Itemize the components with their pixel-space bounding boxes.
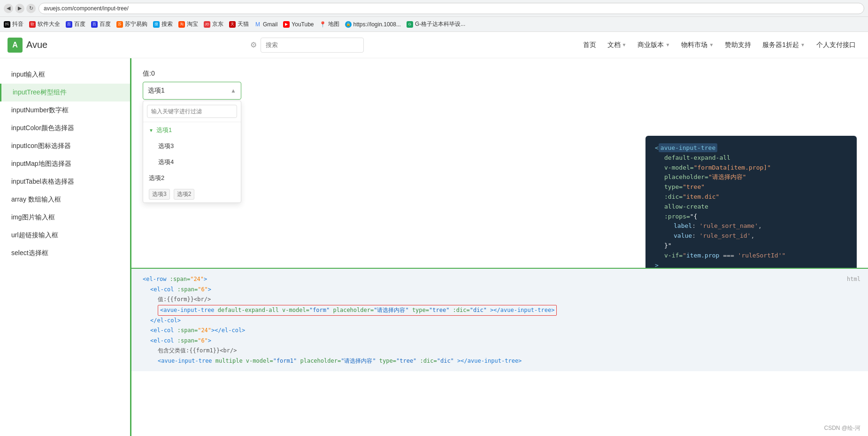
bookmark-tianmao[interactable]: 天 天猫 [229,20,249,28]
dropdown-item-label: 选项3 [158,142,174,150]
span-attr3: :span= [177,327,198,334]
dropdown-search-input[interactable] [147,105,237,118]
code-line-elcol3: <el-col :span="6"> [143,336,857,346]
sidebar-item-inputtree[interactable]: inputTree树型组件 [0,84,130,101]
el-col3-close: > [208,337,211,344]
span-val3: "24" [198,327,211,334]
nav-search-input[interactable] [261,38,364,53]
bookmark-youtube[interactable]: ▶ YouTube [283,21,314,28]
dropdown-item-2[interactable]: 选项2 [143,170,241,186]
code-val-vmodel: "formData[item.prop]" [694,164,771,171]
span-attr4: :span= [177,337,198,344]
gezi-icon: G [407,21,413,28]
avue-tag-open: <avue-input-tree [160,307,215,313]
bookmark-label: 搜索 [161,20,173,28]
settings-icon[interactable]: ⚙ [250,40,257,49]
forward-button[interactable]: ▶ [15,4,24,13]
bookmark-baidu2[interactable]: 百 百度 [91,20,111,28]
bookmark-label: 苏宁易购 [125,20,147,28]
select-box-value: 选项1 [148,86,165,95]
nav-docs[interactable]: 文档 ▼ [603,38,631,52]
nav-server[interactable]: 服务器1折起 ▼ [758,38,810,52]
nav-home[interactable]: 首页 [578,38,601,52]
avue2-tag-open: <avue-input-tree [158,358,212,364]
code-key-label: label [674,222,692,229]
bookmark-label: YouTube [292,21,314,28]
sidebar-item-inputcolor[interactable]: inputColor颜色选择器 [0,119,130,137]
nav-links: 首页 文档 ▼ 商业版本 ▼ 物料市场 ▼ 赞助支持 服务器1折起 ▼ 个人支付… [578,38,860,52]
highlighted-code: <avue-input-tree default-expand-all v-mo… [158,305,557,316]
bookmark-baidu1[interactable]: 百 百度 [66,20,85,28]
refresh-button[interactable]: ↻ [26,4,36,13]
bookmark-360[interactable]: 🔒 https://login.1008... [345,21,401,28]
form1-value-text: 包含父类值:{{form1}}<br/> [158,347,237,354]
multiple-attr: multiple [215,358,243,364]
bookmark-gezi[interactable]: G G-格子达本科毕设... [407,20,465,28]
triangle-icon: ▼ [149,128,154,133]
bookmark-sousuo[interactable]: 搜 搜索 [153,20,173,28]
span-attr2: :span= [177,286,198,293]
nav-sponsor[interactable]: 赞助支持 [720,38,756,52]
type2-attr: type= [379,358,396,364]
code-line-2: default-expand-all [655,153,847,163]
code-key-item: item.prop [686,252,719,259]
sidebar-item-url[interactable]: url超链接输入框 [0,226,130,244]
el-col2-close: ></el-col> [211,327,245,334]
code-attr-type: type= [664,183,683,190]
address-bar[interactable]: avuejs.com/component/input-tree/ [38,3,864,14]
dropdown-item-4[interactable]: 选项4 [143,154,241,170]
sidebar-item-inputnumber[interactable]: inputNumber数字框 [0,101,130,119]
footer-tag-2[interactable]: 选项2 [174,189,195,200]
sidebar-item-input[interactable]: input输入框 [0,66,130,84]
select-box[interactable]: 选项1 ▲ [143,82,241,100]
jd-icon: JD [204,21,210,28]
bookmark-taobao[interactable]: 淘 淘宝 [178,20,198,28]
code-section: html <el-row :span="24"> <el-col :span="… [131,268,868,371]
code-line-8: :props="{ [655,212,847,222]
code-colon-2: : [692,232,699,239]
nav-market[interactable]: 物料市场 ▼ [676,38,718,52]
dic2-attr: :dic= [420,358,437,364]
sidebar-item-inputtabel[interactable]: inputTabel表格选择器 [0,173,130,191]
nav-commercial[interactable]: 商业版本 ▼ [633,38,675,52]
gmail-icon: M [254,21,261,28]
browser-bar: ◀ ▶ ↻ avuejs.com/component/input-tree/ [0,0,868,17]
baidu2-icon: 百 [91,21,98,28]
dropdown-item-1[interactable]: ▼ 选项1 [143,122,241,138]
market-chevron-icon: ▼ [709,42,714,47]
bookmarks-bar: 抖 抖音 软 软件大全 百 百度 百 百度 苏 苏宁易购 搜 搜索 淘 淘宝 J… [0,17,868,32]
nav-payment[interactable]: 个人支付接口 [812,38,860,52]
browser-nav-buttons: ◀ ▶ ↻ [4,4,36,13]
code-line-1: <avue-input-tree [655,143,847,153]
bookmark-jd[interactable]: JD 京东 [204,20,223,28]
sidebar-item-select[interactable]: select选择框 [0,244,130,262]
bookmark-gmail[interactable]: M Gmail [254,21,277,28]
code-line-form: 值:{{form}}<br/> [143,295,857,305]
code-line-5: type="tree" [655,182,847,192]
code-obj-close: }" [664,242,672,249]
logo-icon: A [8,38,23,53]
value-label: 值:0 [143,70,857,78]
nav-center: ⚙ [55,38,559,53]
sidebar-item-inputicon[interactable]: inputIcon图标选择器 [0,137,130,155]
closing-bracket: ] [143,101,857,109]
commercial-chevron-icon: ▼ [665,42,670,47]
bookmark-ditu[interactable]: 📍 地图 [320,20,339,28]
sidebar-item-inputmap[interactable]: inputMap地图选择器 [0,155,130,173]
vmodel-val: "form" [309,307,330,313]
footer-tag-1[interactable]: 选项3 [149,189,170,200]
el-row-close: > [204,276,207,282]
back-button[interactable]: ◀ [4,4,13,13]
bookmark-douyin[interactable]: 抖 抖音 [4,20,23,28]
sidebar-item-array[interactable]: array 数组输入框 [0,191,130,209]
logo-text: Avue [26,39,47,50]
sidebar-item-img[interactable]: img图片输入框 [0,209,130,226]
dropdown-item-3[interactable]: 选项3 [143,138,241,154]
code-attr-allow-create: allow-create [664,203,708,210]
logo[interactable]: A Avue [8,38,47,53]
code-line-elrow: <el-row :span="24"> [143,274,857,285]
code-line-avue2: <avue-input-tree multiple v-model="form1… [143,356,857,366]
bottom-credit: CSDN @绘-河 [824,424,860,432]
bookmark-ruanjian[interactable]: 软 软件大全 [29,20,60,28]
bookmark-suning[interactable]: 苏 苏宁易购 [116,20,147,28]
